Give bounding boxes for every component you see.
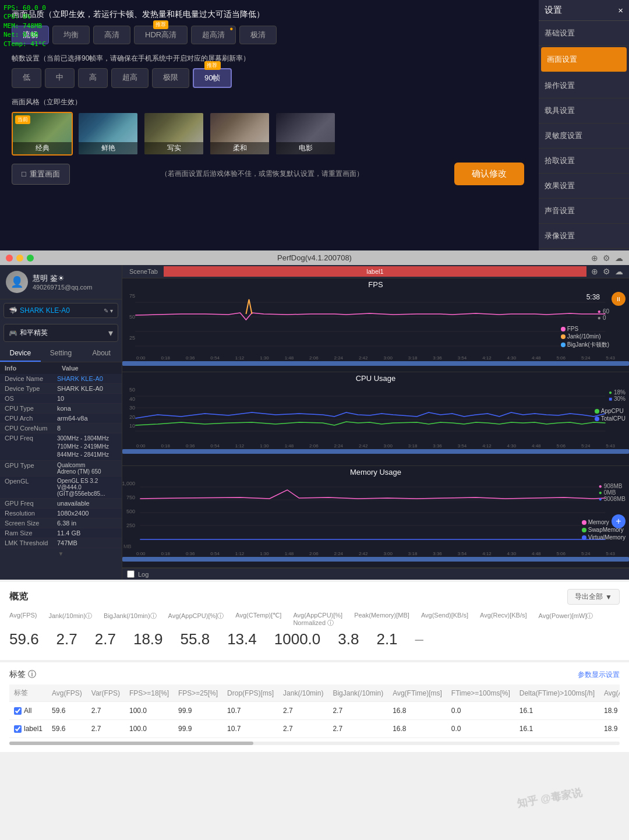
confirm-button[interactable]: 确认修改 <box>454 163 524 185</box>
cpu-x-axis: 0:000:180:360:541:121:301:482:062:242:42… <box>122 443 629 449</box>
info-cpu-arch-label: CPU Arch <box>5 415 57 422</box>
style-thumb-movie[interactable]: 电影 <box>275 112 336 156</box>
export-button[interactable]: 导出全部 ▼ <box>567 589 620 605</box>
row1-var-fps: 2.7 <box>87 720 125 738</box>
qtab-balanced[interactable]: 均衡 <box>52 26 90 44</box>
tags-scrollbar[interactable] <box>9 742 620 745</box>
col-appcpu: Avg(AppCPU)[%] <box>599 684 620 702</box>
cloud-icon2[interactable]: ☁ <box>615 267 623 276</box>
style-thumb-real[interactable]: 写实 <box>143 112 204 156</box>
info-opengl-value: OpenGL ES 3.2V@444.0(GIT@556ebc85... <box>57 478 105 497</box>
reset-hint: （若画面设置后游戏体验不佳，或需恢复默认设置，请重置画面） <box>161 169 363 179</box>
stats-values-row: 59.6 2.7 2.7 18.9 55.8 13.4 1000.0 3.8 2… <box>9 630 620 648</box>
game-panel: FPS: 60.0 0 CPU: 8% MEM: 748MB Net: 0.0B… <box>0 0 629 250</box>
game-content: 画面品质（立即生效，若运行卡顿、发热量和耗电量过大可适当降低） 流畅 均衡 高清… <box>7 5 529 190</box>
ftab-extreme[interactable]: 极限 <box>152 68 189 88</box>
top-icons: ⊕ ⚙ ☁ <box>588 267 627 276</box>
row1-avg-fps: 59.6 <box>47 720 87 738</box>
shark-icon: 🦈 <box>9 306 17 315</box>
location-icon2[interactable]: ⊕ <box>591 267 598 276</box>
ftab-low[interactable]: 低 <box>12 68 41 88</box>
app-selector[interactable]: 🎮 和平精英 ▾ <box>3 324 118 342</box>
tab-setting[interactable]: Setting <box>41 345 82 362</box>
row-resolution: Resolution 1080x2400 <box>0 509 122 518</box>
qtab-hd[interactable]: 高清 <box>93 26 130 44</box>
info-cpu-freq-value: 300MHz - 1804MHz710MHz - 2419MHz844MHz -… <box>57 435 109 459</box>
cloud-icon[interactable]: ☁ <box>615 253 623 263</box>
info-device-name-label: Device Name <box>5 375 57 382</box>
sidebar-item-effects[interactable]: 效果设置 <box>539 174 629 199</box>
device-selector[interactable]: 🦈 SHARK KLE-A0 ✎ ▾ <box>3 303 118 318</box>
ftab-high[interactable]: 高 <box>78 68 108 88</box>
sidebar-item-screen[interactable]: 画面设置 <box>541 47 627 72</box>
style-thumb-classic[interactable]: 当前 经典 <box>12 112 73 156</box>
tl-minimize[interactable] <box>16 255 23 262</box>
scroll-indicator: ▼ <box>0 548 122 559</box>
qtab-extreme[interactable]: 极清 <box>239 26 277 44</box>
settings-close-btn[interactable]: × <box>618 5 623 15</box>
username: 慧明 鉴☀ <box>33 273 92 284</box>
fps-value: FPS: 60.0 0 <box>3 3 46 12</box>
row1-checkbox[interactable] <box>14 725 22 733</box>
tags-table-header: 标签 Avg(FPS) Var(FPS) FPS>=18[%] FPS>=25[… <box>9 684 620 702</box>
cpu-value: CPU: 8% <box>3 12 46 21</box>
location-icon[interactable]: ⊕ <box>591 253 598 263</box>
row1-jank: 2.7 <box>278 720 328 738</box>
pause-button[interactable]: ⏸ <box>612 292 626 306</box>
tags-info-icon: ⓘ <box>28 669 36 680</box>
row0-checkbox[interactable] <box>14 707 22 715</box>
log-checkbox[interactable] <box>127 570 135 578</box>
fps-cv-60: 60 <box>603 308 609 315</box>
settings-header: 设置 × <box>539 0 629 21</box>
qtab-ultrahd[interactable]: 超高清 <box>191 26 236 44</box>
ftab-medium[interactable]: 中 <box>45 68 75 88</box>
info-device-type-value: SHARK KLE-A0 <box>57 385 103 392</box>
row0-avg-fps: 59.6 <box>47 702 87 720</box>
sidebar-item-operation[interactable]: 操作设置 <box>539 73 629 98</box>
row-cpu-freq: CPU Freq 300MHz - 1804MHz710MHz - 2419MH… <box>0 433 122 461</box>
style-active-badge: 当前 <box>15 115 30 124</box>
stat-avg-fps: 59.6 <box>9 630 39 648</box>
tl-maximize[interactable] <box>27 255 34 262</box>
info-cpu-corenum-label: CPU CoreNum <box>5 425 57 432</box>
tags-settings-link[interactable]: 参数显示设置 <box>578 670 620 680</box>
memory-chart-title: Memory Usage <box>122 466 629 478</box>
ftab-ultrahigh[interactable]: 超高 <box>111 68 149 88</box>
sidebar-item-basic[interactable]: 基础设置 <box>539 21 629 46</box>
user-email: 490269715@qq.com <box>33 284 92 291</box>
sidebar-item-sound[interactable]: 声音设置 <box>539 199 629 224</box>
qtab-hdr[interactable]: HDR高清 <box>134 26 188 44</box>
row1-appcpu: 18.9 <box>599 720 620 738</box>
memory-scrollbar[interactable] <box>122 557 629 562</box>
row-opengl: OpenGL OpenGL ES 3.2V@444.0(GIT@556ebc85… <box>0 477 122 499</box>
fps-overlay: FPS: 60.0 0 CPU: 8% MEM: 748MB Net: 0.0B… <box>3 3 46 48</box>
fps-y-axis: 75 50 25 <box>123 291 135 343</box>
sidebar-item-pickup[interactable]: 拾取设置 <box>539 149 629 174</box>
sidebar-item-sensitivity[interactable]: 灵敏度设置 <box>539 123 629 149</box>
style-thumb-vivid[interactable]: 鲜艳 <box>77 112 139 156</box>
row-cpu-type: CPU Type kona <box>0 404 122 414</box>
fps-scrollbar[interactable] <box>122 361 629 366</box>
info-cpu-type-label: CPU Type <box>5 405 57 412</box>
log-bar: Log <box>122 568 629 580</box>
tl-close[interactable] <box>6 255 13 262</box>
sidebar-item-vehicle[interactable]: 载具设置 <box>539 98 629 123</box>
tab-about[interactable]: About <box>81 345 122 362</box>
ctemp-value: CTemp: 41°C <box>3 40 46 48</box>
sidebar-item-image[interactable]: 录像设置 <box>539 224 629 249</box>
tags-table: 标签 Avg(FPS) Var(FPS) FPS>=18[%] FPS>=25[… <box>9 684 620 738</box>
fps-chart-title: FPS <box>122 278 629 291</box>
stat-avg-send: 3.8 <box>338 630 359 648</box>
settings-icon2[interactable]: ⚙ <box>603 267 610 276</box>
perfdog-body: 👤 慧明 鉴☀ 490269715@qq.com 🦈 SHARK KLE-A0 … <box>0 265 629 580</box>
cpu-scrollbar[interactable] <box>122 449 629 454</box>
style-thumb-soft[interactable]: 柔和 <box>209 112 270 156</box>
tags-header-row: 标签 Avg(FPS) Var(FPS) FPS>=18[%] FPS>=25[… <box>9 684 620 702</box>
settings-icon[interactable]: ⚙ <box>603 253 610 263</box>
row1-delta: 16.1 <box>515 720 599 738</box>
row1-drop: 10.7 <box>222 720 278 738</box>
tab-device[interactable]: Device <box>0 345 41 362</box>
ftab-90fps[interactable]: 90帧 <box>193 68 232 88</box>
reset-button[interactable]: □ 重置画面 <box>12 164 70 185</box>
info-ram-label: Ram Size <box>5 530 57 537</box>
